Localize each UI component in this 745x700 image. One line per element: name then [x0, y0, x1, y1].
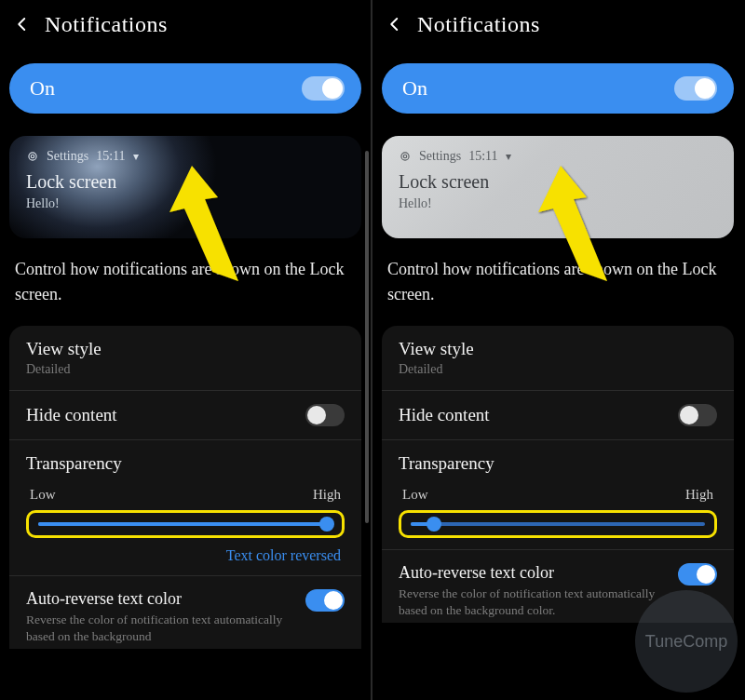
text-color-reversed-link[interactable]: Text color reversed	[26, 547, 345, 564]
slider-thumb[interactable]	[319, 517, 334, 532]
settings-section: View style Detailed Hide content Transpa…	[9, 326, 361, 649]
slider-low-label: Low	[30, 487, 56, 503]
hide-content-row[interactable]: Hide content	[9, 391, 361, 440]
preview-meta: Settings 15:11 ▾	[26, 149, 345, 164]
chevron-left-icon	[14, 16, 31, 33]
view-style-label: View style	[399, 339, 474, 359]
preview-time: 15:11	[96, 149, 125, 164]
slider-highlight-box	[26, 510, 345, 538]
master-toggle-row[interactable]: On	[9, 63, 361, 114]
settings-pane-light: Notifications On Settings 15:11 ▾ Lock s…	[372, 0, 743, 700]
page-title: Notifications	[417, 12, 540, 37]
header-bar: Notifications	[372, 0, 743, 50]
slider-thumb[interactable]	[427, 517, 441, 532]
view-style-label: View style	[26, 339, 102, 359]
auto-reverse-switch[interactable]	[678, 563, 717, 586]
back-button[interactable]	[382, 11, 408, 37]
auto-reverse-desc: Reverse the color of notification text a…	[399, 586, 659, 619]
header-bar: Notifications	[0, 0, 371, 50]
view-style-row[interactable]: View style Detailed	[382, 326, 734, 391]
preview-title: Lock screen	[26, 171, 345, 193]
chevron-down-icon: ▾	[506, 150, 511, 164]
settings-section: View style Detailed Hide content Transpa…	[382, 326, 734, 623]
master-toggle-label: On	[402, 76, 427, 101]
slider-low-label: Low	[402, 487, 428, 503]
view-style-row[interactable]: View style Detailed	[9, 326, 361, 391]
description-text: Control how notifications are shown on t…	[387, 257, 728, 307]
notification-preview-card: Settings 15:11 ▾ Lock screen Hello!	[9, 136, 361, 238]
slider-high-label: High	[685, 487, 713, 503]
transparency-slider[interactable]	[38, 522, 332, 526]
hide-content-label: Hide content	[399, 405, 490, 425]
transparency-label: Transparency	[26, 453, 345, 474]
preview-app-name: Settings	[419, 149, 461, 164]
auto-reverse-label: Auto-reverse text color	[26, 589, 287, 609]
auto-reverse-row[interactable]: Auto-reverse text color Reverse the colo…	[382, 550, 734, 623]
preview-title: Lock screen	[399, 171, 717, 193]
settings-app-icon	[26, 150, 39, 163]
slider-end-labels: Low High	[26, 487, 345, 503]
auto-reverse-switch[interactable]	[305, 589, 345, 612]
settings-pane-dark: Notifications On Settings 15:11 ▾ Lock s…	[0, 0, 371, 700]
svg-point-2	[403, 155, 407, 158]
view-style-value: Detailed	[399, 362, 474, 377]
description-text: Control how notifications are shown on t…	[15, 257, 356, 307]
notification-preview-card: Settings 15:11 ▾ Lock screen Hello!	[382, 136, 734, 238]
transparency-block: Transparency Low High	[382, 440, 734, 550]
slider-end-labels: Low High	[399, 487, 717, 503]
slider-high-label: High	[313, 487, 341, 503]
master-toggle-label: On	[30, 76, 55, 101]
master-toggle-switch[interactable]	[302, 76, 345, 101]
svg-point-0	[31, 155, 34, 158]
preview-time: 15:11	[468, 149, 497, 164]
transparency-block: Transparency Low High Text color reverse…	[9, 440, 361, 576]
transparency-slider[interactable]	[411, 522, 705, 526]
hide-content-switch[interactable]	[305, 404, 345, 426]
view-style-value: Detailed	[26, 362, 102, 377]
back-button[interactable]	[9, 11, 35, 37]
transparency-label: Transparency	[399, 453, 717, 474]
master-toggle-row[interactable]: On	[382, 63, 734, 114]
scrollbar[interactable]	[365, 151, 369, 523]
hide-content-switch[interactable]	[678, 404, 717, 426]
preview-body: Hello!	[26, 196, 345, 211]
preview-meta: Settings 15:11 ▾	[399, 149, 717, 164]
slider-highlight-box	[399, 510, 717, 538]
master-toggle-switch[interactable]	[674, 76, 717, 101]
settings-app-icon	[399, 150, 412, 163]
preview-body: Hello!	[399, 196, 717, 211]
chevron-left-icon	[386, 16, 403, 33]
preview-app-name: Settings	[47, 149, 88, 164]
chevron-down-icon: ▾	[133, 150, 139, 164]
auto-reverse-label: Auto-reverse text color	[399, 563, 659, 583]
auto-reverse-desc: Reverse the color of notification text a…	[26, 612, 287, 645]
hide-content-label: Hide content	[26, 405, 117, 425]
page-title: Notifications	[45, 12, 168, 37]
hide-content-row[interactable]: Hide content	[382, 391, 734, 440]
auto-reverse-row[interactable]: Auto-reverse text color Reverse the colo…	[9, 576, 361, 649]
